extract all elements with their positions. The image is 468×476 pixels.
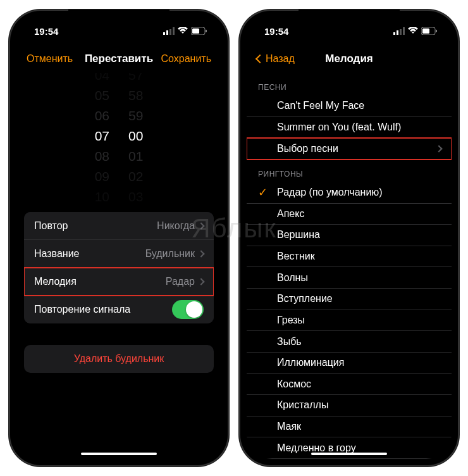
- ringtone-row[interactable]: Вершина: [247, 225, 452, 246]
- svg-rect-6: [206, 30, 207, 32]
- svg-rect-1: [166, 30, 168, 35]
- svg-rect-3: [173, 27, 175, 35]
- ringtone-row[interactable]: Грезы: [247, 310, 452, 332]
- save-button[interactable]: Сохранить: [161, 53, 211, 65]
- svg-rect-0: [163, 32, 165, 35]
- notch: [299, 9, 400, 27]
- svg-rect-9: [400, 29, 402, 35]
- ringtone-row[interactable]: Вестник: [247, 246, 452, 268]
- song-row[interactable]: Summer on You (feat. Wulf): [247, 117, 452, 139]
- svg-rect-2: [169, 29, 171, 35]
- svg-rect-10: [403, 27, 405, 35]
- battery-icon: [191, 27, 207, 35]
- ringtone-row[interactable]: Иллюминация: [247, 353, 452, 374]
- chevron-right-icon: [197, 222, 204, 229]
- svg-rect-8: [397, 30, 398, 35]
- navbar: Отменить Переставить Сохранить: [16, 45, 221, 73]
- snooze-toggle[interactable]: [172, 300, 204, 319]
- chevron-right-icon: [197, 250, 204, 257]
- ringtone-row[interactable]: Волны: [247, 267, 452, 289]
- chevron-right-icon: [197, 278, 204, 285]
- battery-icon: [421, 27, 438, 35]
- ringtones-header: РИНГТОНЫ: [247, 160, 452, 182]
- sound-row[interactable]: Мелодия Радар: [24, 268, 214, 296]
- time-picker[interactable]: 04 05 06 07 08 09 10 57 58 59 00 01: [16, 79, 221, 193]
- status-icons: [393, 27, 438, 35]
- wifi-icon: [408, 27, 418, 35]
- ringtone-row[interactable]: ✓ Радар (по умолчанию): [247, 182, 452, 204]
- ringtone-row[interactable]: Маяк: [247, 416, 452, 438]
- nav-title: Переставить: [85, 53, 153, 65]
- cancel-button[interactable]: Отменить: [27, 53, 73, 65]
- ringtone-row[interactable]: Медленно в гору: [247, 437, 452, 459]
- svg-rect-7: [393, 32, 395, 35]
- phone-right: 19:54 Назад Мелодия ПЕСНИ Can't Feel My …: [239, 9, 459, 467]
- back-button[interactable]: Назад: [257, 53, 295, 65]
- wifi-icon: [178, 27, 188, 35]
- chevron-right-icon: [435, 145, 442, 152]
- svg-rect-13: [436, 30, 437, 32]
- ringtone-row[interactable]: Зыбь: [247, 331, 452, 353]
- repeat-row[interactable]: Повтор Никогда: [24, 212, 214, 240]
- ringtone-row[interactable]: Кристаллы: [247, 395, 452, 416]
- pick-song-row[interactable]: Выбор песни: [247, 138, 452, 160]
- chevron-left-icon: [256, 54, 264, 63]
- navbar: Назад Мелодия: [247, 45, 452, 73]
- home-indicator[interactable]: [81, 453, 157, 455]
- phone-left: 19:54 Отменить Переставить Сохранить 04 …: [9, 9, 229, 467]
- minute-wheel[interactable]: 57 58 59 00 01 02 03: [128, 79, 143, 193]
- cellular-icon: [163, 27, 175, 35]
- cellular-icon: [393, 27, 405, 35]
- ringtone-row[interactable]: Космос: [247, 374, 452, 396]
- hour-wheel[interactable]: 04 05 06 07 08 09 10: [95, 79, 109, 193]
- ringtone-row[interactable]: Апекс: [247, 204, 452, 225]
- song-row[interactable]: Can't Feel My Face: [247, 96, 452, 117]
- home-indicator[interactable]: [311, 453, 387, 455]
- settings-group: Повтор Никогда Название Будильник Мелоди…: [24, 212, 214, 323]
- nav-title: Мелодия: [325, 53, 373, 65]
- status-time: 19:54: [264, 26, 288, 37]
- svg-rect-5: [192, 28, 199, 34]
- songs-header: ПЕСНИ: [247, 73, 452, 96]
- check-icon: ✓: [258, 185, 268, 199]
- snooze-row: Повторение сигнала: [24, 296, 214, 323]
- ringtone-row[interactable]: Вступление: [247, 289, 452, 310]
- status-icons: [163, 27, 207, 35]
- svg-rect-12: [422, 28, 429, 34]
- status-time: 19:54: [34, 26, 58, 37]
- notch: [68, 9, 169, 27]
- delete-alarm-button[interactable]: Удалить будильник: [24, 345, 214, 373]
- label-row[interactable]: Название Будильник: [24, 240, 214, 268]
